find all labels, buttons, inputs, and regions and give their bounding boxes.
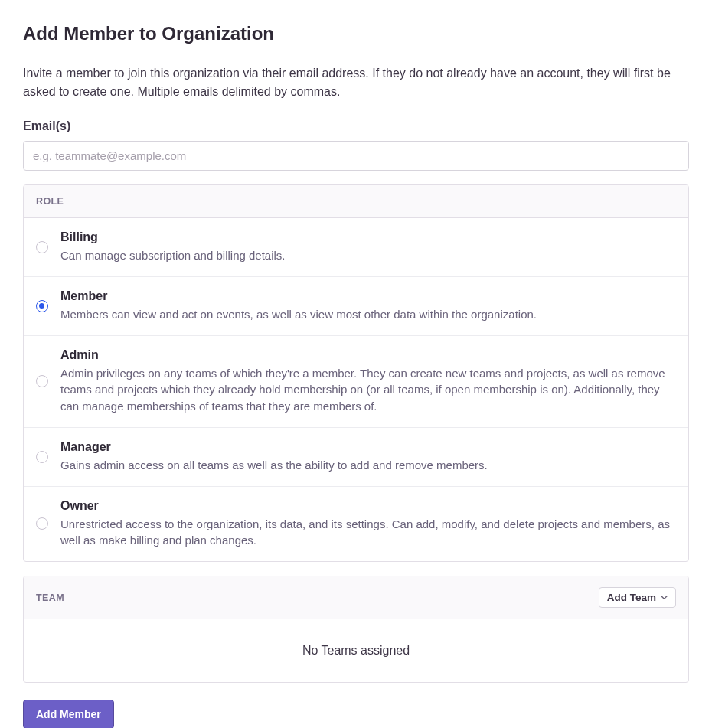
team-empty-state: No Teams assigned [24, 619, 688, 682]
role-description: Members can view and act on events, as w… [60, 306, 676, 323]
radio-icon [36, 517, 48, 530]
add-member-button[interactable]: Add Member [23, 700, 114, 728]
add-team-label: Add Team [607, 592, 656, 603]
team-panel: TEAM Add Team No Teams assigned [23, 576, 689, 683]
role-panel: ROLE Billing Can manage subscription and… [23, 184, 689, 562]
role-title: Billing [60, 230, 676, 244]
chevron-down-icon [661, 594, 668, 601]
role-title: Owner [60, 499, 676, 513]
role-description: Gains admin access on all teams as well … [60, 457, 676, 474]
email-label: Email(s) [23, 119, 689, 133]
role-title: Manager [60, 440, 676, 454]
radio-icon [36, 451, 48, 463]
role-panel-header: ROLE [24, 185, 688, 218]
intro-text: Invite a member to join this organizatio… [23, 64, 689, 101]
role-option-member[interactable]: Member Members can view and act on event… [24, 277, 688, 336]
role-option-owner[interactable]: Owner Unrestricted access to the organiz… [24, 487, 688, 562]
role-option-billing[interactable]: Billing Can manage subscription and bill… [24, 218, 688, 277]
page-title: Add Member to Organization [23, 23, 689, 44]
role-description: Unrestricted access to the organization,… [60, 516, 676, 550]
role-description: Can manage subscription and billing deta… [60, 247, 676, 264]
radio-icon [36, 300, 48, 312]
radio-icon [36, 375, 48, 387]
role-option-admin[interactable]: Admin Admin privileges on any teams of w… [24, 336, 688, 428]
radio-icon [36, 241, 48, 253]
add-team-button[interactable]: Add Team [599, 587, 676, 608]
role-description: Admin privileges on any teams of which t… [60, 365, 676, 415]
role-option-manager[interactable]: Manager Gains admin access on all teams … [24, 428, 688, 487]
role-title: Member [60, 289, 676, 303]
role-title: Admin [60, 348, 676, 362]
team-section-title: TEAM [36, 593, 64, 603]
role-section-title: ROLE [36, 196, 64, 207]
email-input[interactable] [23, 141, 689, 171]
team-panel-header: TEAM Add Team [24, 576, 688, 619]
